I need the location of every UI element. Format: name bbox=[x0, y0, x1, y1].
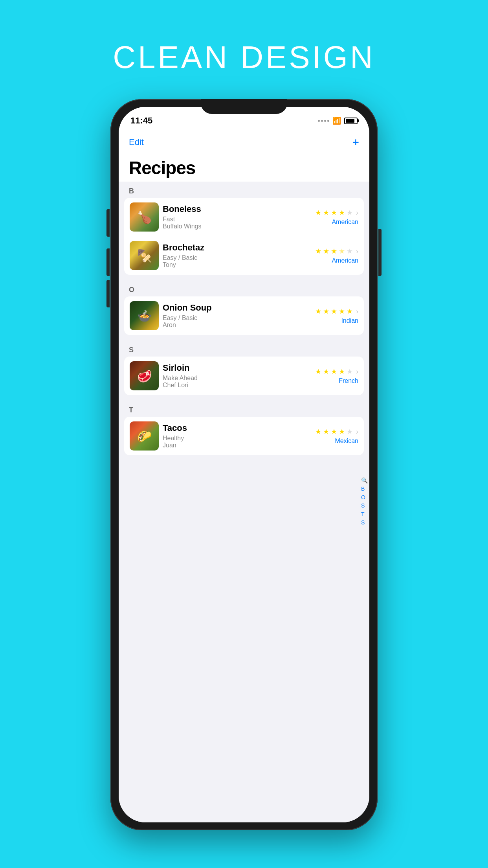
phone-shell: 11:45 📶 Edit + Recipes bbox=[110, 99, 378, 830]
edit-button[interactable]: Edit bbox=[129, 137, 144, 147]
onion-cuisine: Indian bbox=[341, 317, 358, 324]
boneless-chevron: › bbox=[356, 209, 358, 217]
index-item-s2[interactable]: S bbox=[361, 519, 368, 527]
content-area: 🔍 B O S T S B 🍗 Boneless Fast Buffalo Wi… bbox=[119, 182, 369, 822]
nav-bar: Edit + bbox=[119, 131, 369, 154]
signal-icon bbox=[318, 120, 329, 122]
sirloin-right: ★ ★ ★ ★ ★ › French bbox=[315, 367, 358, 384]
onion-sub1: Easy / Basic bbox=[163, 314, 311, 322]
table-row[interactable]: 🍗 Boneless Fast Buffalo Wings ★ ★ ★ ★ ★ bbox=[124, 198, 364, 236]
sirloin-sub2: Chef Lori bbox=[163, 382, 311, 389]
onion-stars: ★ ★ ★ ★ ★ › bbox=[315, 307, 358, 316]
recipe-list-t: 🌮 Tacos Healthy Juan ★ ★ ★ ★ ★ › bbox=[124, 417, 364, 455]
notch bbox=[201, 99, 287, 114]
page-title: Recipes bbox=[129, 157, 195, 178]
table-row[interactable]: 🥩 Sirloin Make Ahead Chef Lori ★ ★ ★ ★ ★ bbox=[124, 357, 364, 395]
onion-thumb: 🍲 bbox=[130, 301, 159, 330]
table-row[interactable]: 🍲 Onion Soup Easy / Basic Aron ★ ★ ★ ★ ★ bbox=[124, 296, 364, 335]
battery-icon bbox=[344, 118, 358, 124]
status-icons: 📶 bbox=[318, 116, 358, 125]
index-item-t[interactable]: T bbox=[361, 511, 368, 519]
section-o-header: O bbox=[119, 280, 369, 296]
sirloin-sub1: Make Ahead bbox=[163, 375, 311, 382]
brochetaz-cuisine: American bbox=[332, 257, 358, 264]
brochetaz-stars: ★ ★ ★ ★ ★ › bbox=[315, 247, 358, 256]
add-button[interactable]: + bbox=[352, 136, 359, 149]
tacos-sub2: Juan bbox=[163, 442, 311, 449]
index-item-o[interactable]: O bbox=[361, 494, 368, 502]
index-item-s[interactable]: S bbox=[361, 502, 368, 510]
recipe-list-o: 🍲 Onion Soup Easy / Basic Aron ★ ★ ★ ★ ★ bbox=[124, 296, 364, 335]
boneless-stars: ★ ★ ★ ★ ★ › bbox=[315, 208, 358, 217]
sirloin-stars: ★ ★ ★ ★ ★ › bbox=[315, 367, 358, 376]
phone-screen: 11:45 📶 Edit + Recipes bbox=[119, 107, 369, 822]
section-t-header: T bbox=[119, 401, 369, 417]
onion-right: ★ ★ ★ ★ ★ › Indian bbox=[315, 307, 358, 324]
boneless-right: ★ ★ ★ ★ ★ › American bbox=[315, 208, 358, 226]
sirloin-chevron: › bbox=[356, 368, 358, 376]
section-s-header: S bbox=[119, 340, 369, 357]
tacos-cuisine: Mexican bbox=[335, 438, 358, 445]
tacos-stars: ★ ★ ★ ★ ★ › bbox=[315, 427, 358, 436]
sirloin-info: Sirloin Make Ahead Chef Lori bbox=[159, 363, 315, 389]
index-search-icon[interactable]: 🔍 bbox=[361, 477, 368, 484]
tacos-right: ★ ★ ★ ★ ★ › Mexican bbox=[315, 427, 358, 445]
boneless-info: Boneless Fast Buffalo Wings bbox=[159, 204, 315, 230]
onion-info: Onion Soup Easy / Basic Aron bbox=[159, 303, 315, 329]
boneless-cuisine: American bbox=[332, 219, 358, 226]
tacos-name: Tacos bbox=[163, 423, 311, 433]
tacos-chevron: › bbox=[356, 428, 358, 436]
table-row[interactable]: 🍢 Brochetaz Easy / Basic Tony ★ ★ ★ ★ ★ bbox=[124, 236, 364, 275]
sirloin-thumb: 🥩 bbox=[130, 361, 159, 390]
wifi-icon: 📶 bbox=[332, 116, 341, 125]
recipe-list-s: 🥩 Sirloin Make Ahead Chef Lori ★ ★ ★ ★ ★ bbox=[124, 357, 364, 395]
sirloin-cuisine: French bbox=[339, 377, 358, 384]
onion-name: Onion Soup bbox=[163, 303, 311, 313]
section-b-header: B bbox=[119, 182, 369, 198]
section-index: 🔍 B O S T S bbox=[361, 477, 368, 527]
sirloin-name: Sirloin bbox=[163, 363, 311, 373]
tacos-thumb: 🌮 bbox=[130, 421, 159, 451]
brochetaz-info: Brochetaz Easy / Basic Tony bbox=[159, 243, 315, 268]
tacos-sub1: Healthy bbox=[163, 435, 311, 442]
brochetaz-thumb: 🍢 bbox=[130, 241, 159, 270]
status-time: 11:45 bbox=[130, 116, 152, 126]
table-row[interactable]: 🌮 Tacos Healthy Juan ★ ★ ★ ★ ★ › bbox=[124, 417, 364, 455]
brochetaz-sub1: Easy / Basic bbox=[163, 254, 311, 261]
boneless-sub2: Buffalo Wings bbox=[163, 223, 311, 230]
brochetaz-chevron: › bbox=[356, 247, 358, 256]
onion-sub2: Aron bbox=[163, 322, 311, 329]
brochetaz-right: ★ ★ ★ ★ ★ › American bbox=[315, 247, 358, 264]
boneless-name: Boneless bbox=[163, 204, 311, 214]
boneless-thumb: 🍗 bbox=[130, 202, 159, 232]
background-title: CLEAN DESIGN bbox=[113, 39, 375, 75]
tacos-info: Tacos Healthy Juan bbox=[159, 423, 315, 449]
onion-chevron: › bbox=[356, 307, 358, 316]
recipe-list-b: 🍗 Boneless Fast Buffalo Wings ★ ★ ★ ★ ★ bbox=[124, 198, 364, 275]
page-heading: Recipes bbox=[119, 154, 369, 182]
boneless-sub1: Fast bbox=[163, 216, 311, 223]
index-item-b[interactable]: B bbox=[361, 485, 368, 493]
brochetaz-name: Brochetaz bbox=[163, 243, 311, 253]
brochetaz-sub2: Tony bbox=[163, 261, 311, 268]
